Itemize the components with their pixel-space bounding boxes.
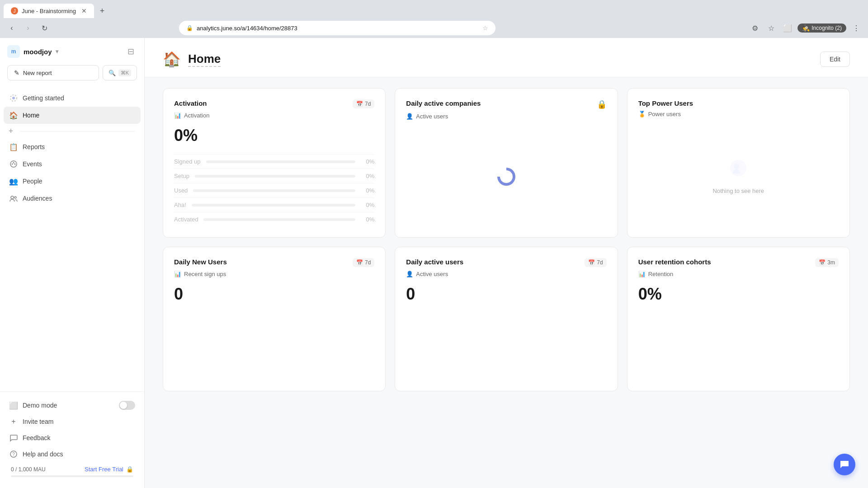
- feedback-icon: [9, 433, 18, 442]
- dnu-calendar-icon: 📅: [356, 259, 363, 266]
- activation-subtitle-icon: 📊: [174, 112, 181, 119]
- nothing-to-see: Nothing to see here: [638, 125, 839, 226]
- browser-tab[interactable]: J June - Brainstorming ✕: [4, 4, 94, 18]
- sidebar-actions: ✎ New report 🔍 ⌘K: [0, 61, 144, 88]
- home-label: Home: [23, 112, 39, 119]
- metric-aha-bar-wrap: [192, 204, 356, 206]
- reports-label: Reports: [23, 143, 45, 150]
- audiences-label: Audiences: [23, 195, 52, 202]
- urc-value: 0%: [638, 285, 839, 304]
- forward-button[interactable]: ›: [22, 22, 34, 34]
- lock-icon: 🔒: [597, 99, 607, 109]
- dac-subtitle: 👤 Active users: [406, 113, 606, 120]
- activation-card: Activation 📅 7d 📊 Activation 0% Signed u…: [163, 88, 386, 238]
- profile-button[interactable]: ⬜: [781, 22, 794, 34]
- sidebar-nav: Getting started 🏠 Home + 📋 Reports: [0, 88, 144, 391]
- metric-used-label: Used: [174, 187, 188, 194]
- tab-favicon: J: [11, 7, 18, 14]
- help-docs-item[interactable]: ? Help and docs: [4, 446, 141, 462]
- bookmark-button[interactable]: ☆: [765, 22, 778, 34]
- help-docs-label: Help and docs: [23, 450, 63, 458]
- svg-point-5: [13, 162, 14, 164]
- help-docs-icon: ?: [9, 450, 18, 459]
- sidebar-header: m moodjoy ▾ ⊟: [0, 38, 144, 61]
- activation-card-header: Activation 📅 7d: [174, 99, 374, 108]
- dau-calendar-icon: 📅: [588, 259, 595, 266]
- mau-progress-bar: [11, 475, 133, 477]
- activation-subtitle-text: Activation: [184, 112, 209, 119]
- sidebar-toggle-button[interactable]: ⊟: [124, 45, 137, 58]
- chevron-down-icon: ▾: [56, 48, 58, 55]
- mau-label: 0 / 1,000 MAU: [11, 466, 46, 473]
- nothing-text: Nothing to see here: [713, 188, 764, 194]
- sidebar-item-reports[interactable]: 📋 Reports: [4, 138, 141, 155]
- svg-point-11: [734, 164, 739, 169]
- sidebar-item-home[interactable]: 🏠 Home: [4, 107, 141, 124]
- people-icon: 👥: [9, 177, 18, 186]
- daily-active-companies-card: Daily active companies 🔒 👤 Active users: [395, 88, 618, 238]
- demo-mode-icon: ⬜: [9, 401, 18, 410]
- metric-aha-label: Aha!: [174, 202, 186, 208]
- metric-signed-up: Signed up 0%: [174, 154, 374, 169]
- new-report-label: New report: [23, 70, 52, 76]
- urc-title: User retention cohorts: [638, 258, 711, 266]
- edit-button[interactable]: Edit: [820, 52, 850, 67]
- url-text: analytics.june.so/a/14634/home/28873: [197, 25, 479, 32]
- feedback-item[interactable]: Feedback: [4, 430, 141, 446]
- page-header: 🏠 Home Edit: [145, 38, 868, 77]
- start-trial-label: Start Free Trial: [85, 466, 123, 473]
- demo-mode-item[interactable]: ⬜ Demo mode: [4, 397, 141, 413]
- events-label: Events: [23, 160, 42, 168]
- dac-subtitle-icon: 👤: [406, 113, 413, 120]
- dnu-subtitle-icon: 📊: [174, 271, 181, 277]
- metric-activated-label: Activated: [174, 216, 198, 223]
- reports-icon: 📋: [9, 142, 18, 151]
- main-content: 🏠 Home Edit Activation 📅 7d 📊: [145, 38, 868, 488]
- activation-value: 0%: [174, 126, 374, 145]
- incognito-label: Incognito (2): [811, 25, 842, 31]
- back-button[interactable]: ‹: [5, 22, 18, 34]
- sidebar-item-audiences[interactable]: Audiences: [4, 190, 141, 207]
- org-name-wrap[interactable]: m moodjoy ▾: [7, 45, 58, 58]
- activation-badge-label: 7d: [365, 101, 371, 107]
- empty-state-icon: [727, 157, 749, 183]
- urc-badge-label: 3m: [827, 259, 835, 266]
- invite-team-item[interactable]: + Invite team: [4, 413, 141, 430]
- new-report-button[interactable]: ✎ New report: [7, 65, 99, 80]
- extensions-button[interactable]: ⚙: [749, 22, 761, 34]
- svg-point-3: [12, 164, 13, 165]
- dac-title: Daily active companies: [406, 99, 481, 107]
- reload-button[interactable]: ↻: [38, 22, 51, 34]
- sidebar-item-getting-started[interactable]: Getting started: [4, 89, 141, 107]
- demo-mode-toggle[interactable]: [119, 401, 135, 410]
- activation-metrics: Signed up 0% Setup 0% Used: [174, 154, 374, 226]
- invite-team-label: Invite team: [23, 418, 53, 425]
- urc-subtitle: 📊 Retention: [638, 271, 839, 277]
- dau-title: Daily active users: [406, 258, 463, 266]
- metric-used: Used 0%: [174, 183, 374, 197]
- activation-card-title: Activation: [174, 99, 207, 107]
- dnu-header: Daily New Users 📅 7d: [174, 258, 374, 267]
- new-tab-button[interactable]: +: [96, 5, 108, 17]
- sidebar-item-people[interactable]: 👥 People: [4, 173, 141, 190]
- incognito-badge[interactable]: 🕵 Incognito (2): [797, 23, 846, 33]
- tpu-subtitle: 🏅 Power users: [638, 111, 839, 117]
- page-title: Home: [188, 52, 221, 67]
- start-trial-button[interactable]: Start Free Trial 🔒: [85, 466, 133, 473]
- chat-fab-button[interactable]: [834, 454, 855, 475]
- svg-point-1: [12, 97, 15, 99]
- add-section-button[interactable]: +: [5, 126, 16, 136]
- tab-close-button[interactable]: ✕: [81, 7, 87, 14]
- daily-new-users-card: Daily New Users 📅 7d 📊 Recent sign ups 0: [163, 247, 386, 391]
- dau-header: Daily active users 📅 7d: [406, 258, 606, 267]
- sidebar-item-events[interactable]: Events: [4, 155, 141, 173]
- search-shortcut: ⌘K: [118, 70, 131, 76]
- dac-header: Daily active companies 🔒: [406, 99, 606, 109]
- events-icon: [9, 160, 18, 169]
- menu-button[interactable]: ⋮: [850, 22, 863, 34]
- getting-started-label: Getting started: [23, 94, 64, 102]
- address-bar[interactable]: 🔒 analytics.june.so/a/14634/home/28873 ☆: [179, 21, 495, 35]
- daily-active-users-card: Daily active users 📅 7d 👤 Active users 0: [395, 247, 618, 391]
- activation-badge: 📅 7d: [353, 99, 374, 108]
- search-button[interactable]: 🔍 ⌘K: [103, 65, 137, 80]
